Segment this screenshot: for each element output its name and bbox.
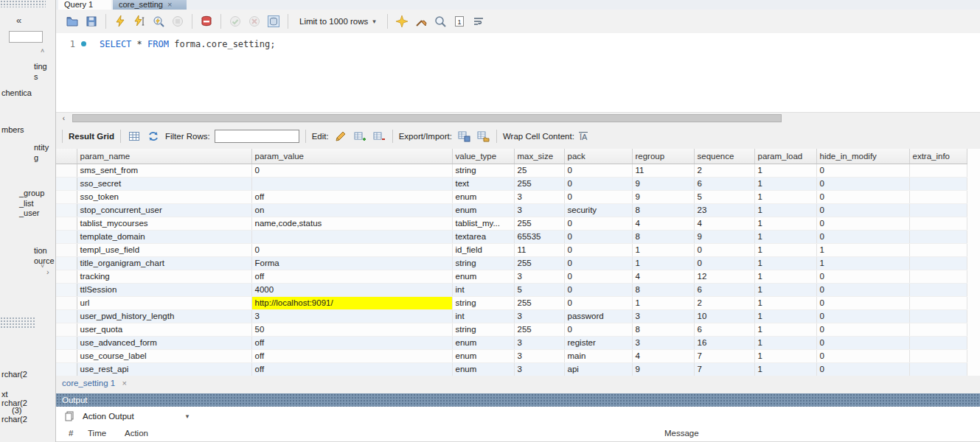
cell-regroup[interactable]: 4 (632, 270, 694, 283)
tab-core-setting[interactable]: core_setting× (113, 0, 187, 10)
cell-sequence[interactable]: 12 (694, 270, 754, 283)
cell-param_load[interactable]: 1 (754, 283, 816, 296)
cell-regroup[interactable]: 3 (632, 309, 694, 323)
cell-extra_info[interactable] (909, 203, 967, 217)
wrap-text-icon[interactable] (471, 14, 486, 29)
wrap-cell-content-icon[interactable]: ĪA (579, 132, 588, 141)
cell-max_size[interactable]: 255 (514, 296, 564, 309)
result-tab-core-setting-1[interactable]: core_setting 1 × (58, 377, 131, 389)
cell-hide_in_modify[interactable]: 0 (816, 362, 909, 376)
stop-on-error-icon[interactable] (199, 14, 214, 29)
cell-sequence[interactable]: 5 (694, 190, 754, 203)
cell-sequence[interactable]: 7 (694, 362, 754, 376)
filter-rows-input[interactable] (215, 130, 299, 143)
cell-param_load[interactable]: 1 (754, 164, 816, 177)
cell-hide_in_modify[interactable]: 0 (816, 309, 909, 323)
invisible-characters-icon[interactable]: 1 (452, 14, 467, 29)
cell-value_type[interactable]: enum (452, 362, 514, 376)
cell-param_value[interactable]: Forma (251, 256, 452, 270)
row-selector[interactable] (56, 230, 77, 243)
cell-max_size[interactable]: 3 (514, 309, 564, 323)
cell-sequence[interactable]: 23 (694, 203, 754, 217)
cell-regroup[interactable]: 3 (632, 336, 694, 349)
cell-extra_info[interactable] (909, 296, 967, 309)
cell-extra_info[interactable] (909, 256, 967, 270)
row-selector[interactable] (56, 217, 77, 230)
chevron-right-icon[interactable]: › (46, 267, 49, 276)
cell-param_load[interactable]: 1 (754, 177, 816, 190)
cell-param_value[interactable]: off (251, 336, 452, 349)
cell-extra_info[interactable] (909, 270, 967, 283)
cell-hide_in_modify[interactable]: 1 (816, 243, 909, 256)
cell-value_type[interactable]: string (452, 323, 514, 336)
cell-param_value[interactable] (251, 230, 452, 243)
delete-row-icon[interactable] (372, 129, 386, 144)
cell-extra_info[interactable] (909, 177, 967, 190)
cell-param_load[interactable]: 1 (754, 296, 816, 309)
cell-max_size[interactable]: 3 (514, 362, 564, 376)
cell-param_value[interactable]: 4000 (251, 283, 452, 296)
cell-regroup[interactable]: 8 (632, 203, 694, 217)
sql-editor[interactable]: 1 SELECT * FROM forma.core_setting; (56, 33, 980, 112)
rollback-icon[interactable] (247, 14, 262, 29)
commit-icon[interactable] (228, 14, 243, 29)
cell-pack[interactable]: 0 (564, 270, 632, 283)
cell-regroup[interactable]: 11 (632, 164, 694, 177)
cell-hide_in_modify[interactable]: 0 (816, 296, 909, 309)
row-selector[interactable] (56, 309, 77, 323)
cell-pack[interactable]: 0 (564, 217, 632, 230)
tree-item-fragment[interactable]: _list (19, 199, 34, 208)
cell-max_size[interactable]: 65535 (514, 230, 564, 243)
cell-sequence[interactable]: 7 (694, 349, 754, 362)
cell-param_load[interactable]: 1 (754, 309, 816, 323)
execute-icon[interactable] (113, 14, 128, 29)
cell-param_value[interactable]: http://localhost:9091/ (251, 296, 452, 309)
column-header-max_size[interactable]: max_size (514, 149, 564, 164)
tree-item-fragment[interactable]: xt (1, 390, 8, 399)
open-script-icon[interactable] (65, 14, 80, 29)
cell-max_size[interactable]: 3 (514, 203, 564, 217)
beautify-script-icon[interactable] (395, 14, 409, 29)
close-icon[interactable]: × (122, 379, 126, 387)
cell-param_load[interactable]: 1 (754, 256, 816, 270)
cell-param_name[interactable]: ttlSession (77, 283, 251, 296)
cell-extra_info[interactable] (909, 336, 967, 349)
cell-max_size[interactable]: 5 (514, 283, 564, 296)
cell-extra_info[interactable] (909, 323, 967, 336)
row-selector[interactable] (56, 283, 77, 296)
cell-hide_in_modify[interactable]: 0 (816, 230, 909, 243)
column-header-param_name[interactable]: param_name (77, 149, 251, 164)
cell-sequence[interactable]: 16 (694, 336, 754, 349)
cell-param_load[interactable]: 1 (754, 190, 816, 203)
cell-regroup[interactable]: 9 (632, 362, 694, 376)
cell-param_name[interactable]: use_rest_api (77, 362, 251, 376)
cell-regroup[interactable]: 1 (632, 256, 694, 270)
cell-value_type[interactable]: text (452, 177, 514, 190)
cell-pack[interactable]: 0 (564, 256, 632, 270)
output-panel-header[interactable]: Output (56, 393, 980, 407)
cell-value_type[interactable]: string (452, 164, 514, 177)
tree-item-fragment[interactable]: tion (34, 246, 47, 255)
cell-hide_in_modify[interactable]: 0 (816, 336, 909, 349)
column-header-sequence[interactable]: sequence (694, 149, 754, 164)
cell-param_name[interactable]: user_pwd_history_length (77, 309, 251, 323)
tree-item-fragment[interactable]: ntity (34, 143, 49, 152)
cell-sequence[interactable]: 6 (694, 323, 754, 336)
cell-hide_in_modify[interactable]: 0 (816, 203, 909, 217)
stop-query-icon[interactable] (170, 14, 185, 29)
cell-regroup[interactable]: 8 (632, 230, 694, 243)
cell-pack[interactable]: 0 (564, 230, 632, 243)
cell-value_type[interactable]: enum (452, 336, 514, 349)
cell-value_type[interactable]: string (452, 256, 514, 270)
cell-param_value[interactable]: 50 (251, 323, 452, 336)
cell-param_name[interactable]: title_organigram_chart (77, 256, 251, 270)
cell-param_load[interactable]: 1 (754, 349, 816, 362)
row-selector[interactable] (56, 270, 77, 283)
cell-pack[interactable]: 0 (564, 177, 632, 190)
cell-extra_info[interactable] (909, 362, 967, 376)
row-selector[interactable] (56, 362, 77, 376)
cell-pack[interactable]: main (564, 349, 632, 362)
cell-hide_in_modify[interactable]: 0 (816, 270, 909, 283)
insert-row-icon[interactable] (352, 129, 367, 144)
cell-param_load[interactable]: 1 (754, 217, 816, 230)
